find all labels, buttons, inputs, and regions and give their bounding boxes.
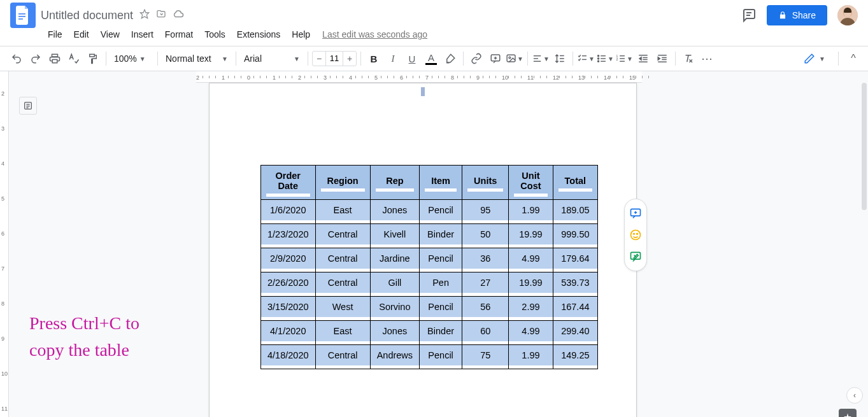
table-cell[interactable]: Sorvino (370, 297, 419, 321)
underline-icon[interactable]: U (403, 50, 421, 67)
table-cell[interactable]: 179.64 (553, 248, 598, 272)
table-cell[interactable]: 3/15/2020 (261, 297, 316, 321)
docs-logo[interactable] (10, 3, 36, 28)
data-table[interactable]: OrderDateRegionRepItemUnitsUnitCostTotal… (260, 165, 598, 369)
table-cell[interactable]: Pencil (420, 345, 462, 369)
table-cell[interactable]: 4.99 (509, 248, 553, 272)
scrollbar-vertical[interactable] (862, 83, 867, 210)
table-cell[interactable]: 4/18/2020 (261, 345, 316, 369)
menu-format[interactable]: Format (160, 27, 197, 42)
table-row[interactable]: 1/23/2020CentralKivellBinder5019.99999.5… (261, 224, 598, 248)
more-tools-icon[interactable]: ⋯ (699, 50, 716, 67)
table-cell[interactable]: Binder (420, 321, 462, 345)
increase-indent-icon[interactable] (653, 50, 671, 67)
table-cell[interactable]: Central (315, 272, 370, 297)
paint-format-icon[interactable] (84, 50, 102, 67)
table-cell[interactable]: 149.25 (553, 345, 598, 369)
clear-formatting-icon[interactable] (679, 50, 697, 67)
add-comment-side-icon[interactable] (629, 207, 642, 220)
table-cell[interactable]: Pencil (420, 200, 462, 224)
italic-icon[interactable]: I (384, 50, 402, 67)
menu-tools[interactable]: Tools (200, 27, 230, 42)
table-cell[interactable]: 36 (462, 248, 509, 272)
editing-mode-button[interactable]: ▼ (799, 50, 830, 67)
menu-insert[interactable]: Insert (127, 27, 158, 42)
table-cell[interactable]: 2/9/2020 (261, 248, 316, 272)
table-row[interactable]: 3/15/2020WestSorvinoPencil562.99167.44 (261, 297, 598, 321)
table-header[interactable]: Region (315, 166, 370, 200)
decrease-indent-icon[interactable] (634, 50, 652, 67)
insert-image-icon[interactable]: ▼ (506, 50, 523, 67)
table-cell[interactable]: Jardine (370, 248, 419, 272)
table-cell[interactable]: Pencil (420, 297, 462, 321)
last-edit-link[interactable]: Last edit was seconds ago (322, 29, 427, 39)
menu-help[interactable]: Help (287, 27, 315, 42)
table-cell[interactable]: Andrews (370, 345, 419, 369)
table-cell[interactable]: 50 (462, 224, 509, 248)
table-cell[interactable]: East (315, 321, 370, 345)
suggest-edits-icon[interactable] (629, 250, 642, 263)
share-button[interactable]: Share (767, 5, 827, 25)
table-cell[interactable]: Central (315, 224, 370, 248)
table-cell[interactable]: 539.73 (553, 272, 598, 297)
table-row[interactable]: 4/1/2020EastJonesBinder604.99299.40 (261, 321, 598, 345)
table-cell[interactable]: Gill (370, 272, 419, 297)
explore-button[interactable] (839, 409, 857, 417)
text-color-icon[interactable]: A (422, 50, 440, 67)
table-header[interactable]: UnitCost (509, 166, 553, 200)
zoom-selector[interactable]: 100%▼ (110, 53, 153, 64)
font-selector[interactable]: Arial▼ (240, 53, 304, 64)
scroll-left-fab[interactable]: ‹ (846, 387, 863, 404)
table-cell[interactable]: 1/23/2020 (261, 224, 316, 248)
table-header[interactable]: Units (462, 166, 509, 200)
menu-extensions[interactable]: Extensions (232, 27, 285, 42)
table-cell[interactable]: 299.40 (553, 321, 598, 345)
table-cell[interactable]: 75 (462, 345, 509, 369)
menu-view[interactable]: View (96, 27, 124, 42)
table-cell[interactable]: 27 (462, 272, 509, 297)
table-cell[interactable]: 19.99 (509, 224, 553, 248)
move-icon[interactable] (156, 9, 166, 22)
document-page[interactable]: OrderDateRegionRepItemUnitsUnitCostTotal… (209, 83, 637, 417)
print-icon[interactable] (46, 50, 64, 67)
redo-icon[interactable] (27, 50, 45, 67)
document-title[interactable]: Untitled document (41, 9, 133, 22)
document-outline-icon[interactable] (19, 97, 37, 115)
table-cell[interactable]: Jones (370, 321, 419, 345)
emoji-reaction-icon[interactable] (629, 229, 642, 241)
table-row[interactable]: 4/18/2020CentralAndrewsPencil751.99149.2… (261, 345, 598, 369)
table-header[interactable]: Item (420, 166, 462, 200)
table-cell[interactable]: Central (315, 345, 370, 369)
highlight-icon[interactable] (441, 50, 459, 67)
undo-icon[interactable] (8, 50, 25, 67)
table-cell[interactable]: 189.05 (553, 200, 598, 224)
table-cell[interactable]: 56 (462, 297, 509, 321)
table-cell[interactable]: 1/6/2020 (261, 200, 316, 224)
table-cell[interactable]: Central (315, 248, 370, 272)
table-cell[interactable]: 19.99 (509, 272, 553, 297)
table-cell[interactable]: 999.50 (553, 224, 598, 248)
align-icon[interactable]: ▼ (532, 50, 550, 67)
table-header[interactable]: Rep (370, 166, 419, 200)
table-cell[interactable]: East (315, 200, 370, 224)
table-header[interactable]: Total (553, 166, 598, 200)
comment-history-icon[interactable] (741, 8, 757, 23)
paragraph-style-selector[interactable]: Normal text▼ (162, 53, 232, 64)
table-cell[interactable]: Binder (420, 224, 462, 248)
table-cell[interactable]: 2/26/2020 (261, 272, 316, 297)
insert-link-icon[interactable] (467, 50, 485, 67)
table-cell[interactable]: Kivell (370, 224, 419, 248)
table-cell[interactable]: 4.99 (509, 321, 553, 345)
table-cell[interactable]: Pencil (420, 248, 462, 272)
table-cell[interactable]: 60 (462, 321, 509, 345)
table-cell[interactable]: 167.44 (553, 297, 598, 321)
numbered-list-icon[interactable]: 12▼ (615, 50, 633, 67)
spellcheck-icon[interactable] (65, 50, 83, 67)
font-size-value[interactable]: 11 (325, 52, 343, 66)
menu-edit[interactable]: Edit (69, 27, 94, 42)
menu-file[interactable]: File (43, 27, 67, 42)
add-comment-icon[interactable] (487, 50, 504, 67)
font-size-increase[interactable]: + (343, 53, 356, 64)
table-cell[interactable]: 95 (462, 200, 509, 224)
font-size-decrease[interactable]: − (313, 53, 325, 64)
